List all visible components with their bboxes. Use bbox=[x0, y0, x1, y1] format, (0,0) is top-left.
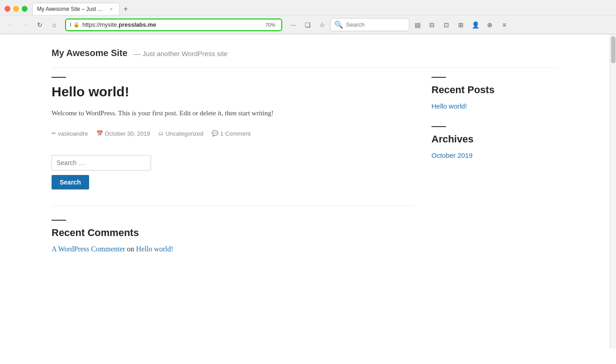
lock-icon: 🔒 bbox=[73, 22, 80, 28]
browser-content-wrapper: My Awesome Site — Just another WordPress… bbox=[0, 34, 616, 349]
archives-widget: Archives October 2019 bbox=[431, 126, 558, 159]
address-info-icons: ℹ 🔒 bbox=[70, 22, 80, 28]
bookmark-button[interactable]: ☆ bbox=[316, 19, 328, 31]
screenshot-button[interactable]: ⊡ bbox=[440, 19, 453, 31]
site-header: My Awesome Site — Just another WordPress… bbox=[52, 34, 558, 68]
archives-title: Archives bbox=[431, 133, 558, 145]
scrollbar-track[interactable] bbox=[610, 34, 616, 349]
info-icon: ℹ bbox=[70, 22, 71, 28]
minimize-window-button[interactable] bbox=[13, 6, 19, 12]
recent-posts-divider bbox=[431, 77, 446, 78]
post-comments: 1 Comment bbox=[220, 130, 251, 137]
main-content: Hello world! Welcome to WordPress. This … bbox=[52, 77, 413, 253]
traffic-lights bbox=[5, 6, 28, 12]
refresh-button[interactable]: ↻ bbox=[33, 19, 46, 31]
nav-bar: ← → ↻ ⌂ ℹ 🔒 https://mysite.presslabs.me … bbox=[0, 15, 616, 34]
author-icon: ✏ bbox=[52, 130, 56, 137]
maximize-window-button[interactable] bbox=[22, 6, 28, 12]
forward-button[interactable]: → bbox=[19, 19, 32, 31]
more-options-button[interactable]: ··· bbox=[287, 19, 299, 31]
pocket-button[interactable]: ❏ bbox=[301, 19, 314, 31]
tabs-bar: My Awesome Site – Just anoth × + bbox=[32, 3, 611, 15]
tab-title: My Awesome Site – Just anoth bbox=[37, 6, 105, 12]
browser-tab[interactable]: My Awesome Site – Just anoth × bbox=[32, 3, 120, 15]
new-tab-button[interactable]: + bbox=[120, 3, 131, 15]
recent-posts-widget: Recent Posts Hello world! bbox=[431, 77, 558, 110]
url-protocol: https:// bbox=[82, 21, 100, 28]
close-window-button[interactable] bbox=[5, 6, 10, 12]
site-tagline: — Just another WordPress site bbox=[134, 50, 227, 57]
search-button[interactable]: Search bbox=[52, 175, 89, 189]
post-author-meta: ✏ vasiioandre bbox=[52, 130, 88, 137]
post-meta: ✏ vasiioandre 📅 October 30, 2019 🗂 Uncat… bbox=[52, 130, 413, 137]
post-content: Welcome to WordPress. This is your first… bbox=[52, 108, 413, 119]
search-input[interactable] bbox=[52, 155, 151, 170]
post-author: vasiioandre bbox=[58, 130, 88, 137]
post-date: October 30, 2019 bbox=[105, 130, 150, 137]
sync-button[interactable]: ⊞ bbox=[455, 19, 467, 31]
reader-view-button[interactable]: ⊟ bbox=[426, 19, 438, 31]
recent-comments-entry: A WordPress Commenter on Hello world! bbox=[52, 245, 413, 253]
scrollbar-thumb[interactable] bbox=[611, 36, 616, 63]
recent-comments-widget: Recent Comments A WordPress Commenter on… bbox=[52, 220, 413, 253]
post-title: Hello world! bbox=[52, 84, 413, 99]
footer-widgets: Recent Comments A WordPress Commenter on… bbox=[52, 206, 413, 253]
post-category: Uncategorized bbox=[166, 130, 204, 137]
browser-search-bar[interactable]: 🔍 bbox=[330, 18, 409, 31]
browser-content: My Awesome Site — Just another WordPress… bbox=[0, 34, 610, 349]
comment-icon: 💬 bbox=[212, 130, 218, 137]
archive-link[interactable]: October 2019 bbox=[431, 151, 558, 159]
home-button[interactable]: ⌂ bbox=[48, 19, 61, 31]
nav-right-buttons: ··· ❏ ☆ 🔍 ▤ ⊟ ⊡ ⊞ 👤 ⊕ ≡ bbox=[287, 18, 511, 31]
wordpress-page: My Awesome Site — Just another WordPress… bbox=[33, 34, 576, 271]
browser-search-input[interactable] bbox=[346, 21, 405, 28]
post-comments-meta: 💬 1 Comment bbox=[212, 130, 251, 137]
url-tld: presslabs.me bbox=[118, 21, 156, 28]
bookmarks-library-button[interactable]: ▤ bbox=[411, 19, 424, 31]
menu-button[interactable]: ≡ bbox=[498, 19, 511, 31]
recent-posts-title: Recent Posts bbox=[431, 84, 558, 96]
back-button[interactable]: ← bbox=[5, 19, 17, 31]
archives-divider bbox=[431, 126, 446, 127]
category-icon: 🗂 bbox=[158, 130, 164, 137]
recent-comments-divider bbox=[52, 220, 66, 221]
commenter-link[interactable]: A WordPress Commenter bbox=[52, 245, 125, 253]
date-icon: 📅 bbox=[96, 130, 103, 137]
on-label: on bbox=[127, 245, 136, 253]
title-bar: My Awesome Site – Just anoth × + bbox=[0, 0, 616, 15]
search-icon: 🔍 bbox=[334, 20, 343, 29]
zoom-button[interactable]: 70% bbox=[263, 21, 278, 28]
blog-post: Hello world! Welcome to WordPress. This … bbox=[52, 77, 413, 137]
post-date-meta: 📅 October 30, 2019 bbox=[96, 130, 150, 137]
post-category-meta: 🗂 Uncategorized bbox=[158, 130, 204, 137]
recent-comments-title: Recent Comments bbox=[52, 227, 413, 239]
sidebar: Recent Posts Hello world! Archives Octob… bbox=[431, 77, 558, 253]
search-widget: Search bbox=[52, 155, 413, 189]
extensions-button[interactable]: ⊕ bbox=[483, 19, 496, 31]
account-button[interactable]: 👤 bbox=[469, 19, 482, 31]
address-bar[interactable]: ℹ 🔒 https://mysite.presslabs.me 70% bbox=[65, 19, 282, 31]
commented-post-link[interactable]: Hello world! bbox=[136, 245, 173, 253]
browser-chrome: My Awesome Site – Just anoth × + ← → ↻ ⌂… bbox=[0, 0, 616, 34]
main-layout: Hello world! Welcome to WordPress. This … bbox=[52, 77, 558, 271]
url-display[interactable]: https://mysite.presslabs.me bbox=[82, 21, 261, 28]
tab-close-button[interactable]: × bbox=[108, 5, 115, 13]
url-domain: mysite. bbox=[100, 21, 118, 28]
recent-post-link[interactable]: Hello world! bbox=[431, 102, 558, 110]
site-title: My Awesome Site bbox=[52, 48, 128, 58]
post-divider bbox=[52, 77, 66, 78]
